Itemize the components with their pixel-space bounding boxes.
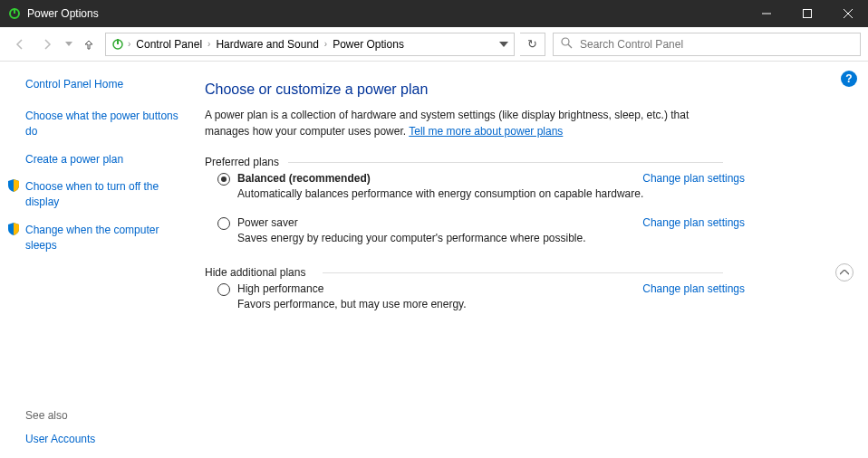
additional-plans-group: Hide additional plans High performance C… xyxy=(205,266,832,318)
history-dropdown-icon[interactable] xyxy=(62,42,76,47)
tell-me-more-link[interactable]: Tell me more about power plans xyxy=(409,125,563,138)
svg-point-8 xyxy=(562,38,569,45)
sidebar-item-label: Choose what the power buttons do xyxy=(25,109,187,139)
plan-name: Balanced (recommended) xyxy=(237,172,624,185)
chevron-right-icon: › xyxy=(126,39,132,49)
chevron-right-icon: › xyxy=(323,39,329,49)
plan-power-saver: Power saver Change plan settings Saves e… xyxy=(205,207,832,252)
collapse-additional-button[interactable] xyxy=(835,263,854,281)
sidebar-link-create-plan[interactable]: Create a power plan xyxy=(25,152,187,167)
radio-high-performance[interactable] xyxy=(217,283,230,296)
address-bar-icon xyxy=(106,37,126,52)
sidebar-link-computer-sleeps[interactable]: Change when the computer sleeps xyxy=(25,223,187,253)
shield-icon xyxy=(7,179,20,210)
close-button[interactable] xyxy=(827,0,868,27)
page-description: A power plan is a collection of hardware… xyxy=(205,107,730,139)
plan-description: Saves energy by reducing your computer's… xyxy=(237,232,832,244)
plan-high-performance: High performance Change plan settings Fa… xyxy=(205,273,832,318)
svg-rect-7 xyxy=(117,39,119,44)
maximize-button[interactable] xyxy=(786,0,827,27)
refresh-button[interactable]: ↻ xyxy=(520,33,545,56)
search-placeholder: Search Control Panel xyxy=(580,38,683,51)
svg-line-9 xyxy=(568,44,572,48)
sidebar-link-power-buttons[interactable]: Choose what the power buttons do xyxy=(25,109,187,139)
svg-rect-3 xyxy=(803,10,811,18)
sidebar-item-label: Change when the computer sleeps xyxy=(25,223,187,253)
navigation-bar: › Control Panel › Hardware and Sound › P… xyxy=(0,27,868,62)
app-icon xyxy=(7,6,22,21)
sidebar-link-turn-off-display[interactable]: Choose when to turn off the display xyxy=(25,179,187,210)
page-title: Choose or customize a power plan xyxy=(205,81,832,98)
radio-balanced[interactable] xyxy=(217,173,230,186)
change-plan-settings-link[interactable]: Change plan settings xyxy=(642,216,745,229)
forward-button[interactable] xyxy=(34,32,60,57)
plan-name: High performance xyxy=(237,282,624,295)
change-plan-settings-link[interactable]: Change plan settings xyxy=(642,172,745,185)
address-bar[interactable]: › Control Panel › Hardware and Sound › P… xyxy=(105,33,515,56)
minimize-button[interactable] xyxy=(746,0,786,27)
titlebar: Power Options xyxy=(0,0,868,27)
chevron-right-icon: › xyxy=(206,39,212,49)
help-icon[interactable]: ? xyxy=(841,71,857,87)
main-content: ? Choose or customize a power plan A pow… xyxy=(194,62,868,458)
search-icon xyxy=(561,37,573,52)
plan-description: Automatically balances performance with … xyxy=(237,187,832,200)
plan-description: Favors performance, but may use more ene… xyxy=(237,298,832,310)
see-also-header: See also xyxy=(25,409,187,422)
plan-name: Power saver xyxy=(237,216,624,229)
breadcrumb-hardware-sound[interactable]: Hardware and Sound xyxy=(212,33,322,55)
see-also-user-accounts[interactable]: User Accounts xyxy=(25,433,187,445)
search-input[interactable]: Search Control Panel xyxy=(553,33,861,56)
preferred-plans-group: Preferred plans Balanced (recommended) C… xyxy=(205,156,832,252)
window-title: Power Options xyxy=(27,7,746,20)
shield-icon xyxy=(7,223,20,253)
address-dropdown-icon[interactable] xyxy=(494,42,514,47)
change-plan-settings-link[interactable]: Change plan settings xyxy=(642,282,745,295)
up-button[interactable] xyxy=(78,32,100,57)
sidebar-item-label: Create a power plan xyxy=(25,152,123,167)
svg-rect-1 xyxy=(14,8,15,14)
breadcrumb-control-panel[interactable]: Control Panel xyxy=(132,33,206,55)
breadcrumb-power-options[interactable]: Power Options xyxy=(329,33,408,55)
control-panel-home-link[interactable]: Control Panel Home xyxy=(25,78,187,91)
plan-balanced: Balanced (recommended) Change plan setti… xyxy=(205,163,832,207)
sidebar: Control Panel Home Choose what the power… xyxy=(0,62,194,458)
radio-power-saver[interactable] xyxy=(217,217,230,230)
back-button[interactable] xyxy=(7,32,33,57)
sidebar-item-label: Choose when to turn off the display xyxy=(25,179,187,210)
